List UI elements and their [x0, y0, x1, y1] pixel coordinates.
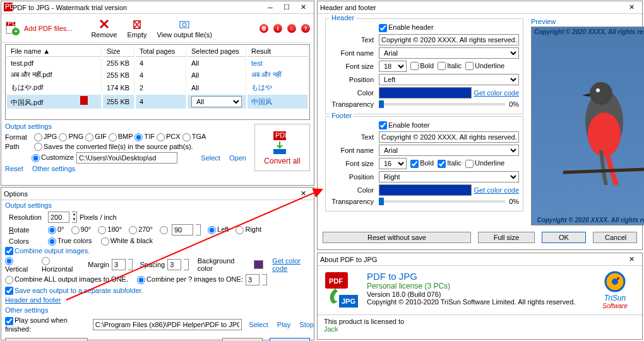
bw-radio[interactable]: White & black: [101, 237, 153, 246]
header-legend: Header: [330, 14, 356, 21]
combine-per-input[interactable]: [246, 274, 259, 285]
combine-all-radio[interactable]: Combine ALL output images to ONE.: [5, 275, 128, 284]
path-open-link[interactable]: Open: [229, 154, 246, 162]
table-row[interactable]: 中国风.pdf255 KB4All中国风: [7, 95, 308, 109]
opt-ok-button[interactable]: OK: [222, 338, 263, 341]
close-button[interactable]: ✕: [295, 2, 311, 13]
rotate-custom-input[interactable]: [172, 224, 193, 236]
rotate-180[interactable]: 180°: [98, 225, 122, 234]
resolution-input[interactable]: [48, 212, 69, 223]
rotate-left[interactable]: Left: [208, 225, 229, 234]
toolbar-info-icon[interactable]: i: [273, 24, 282, 33]
combine-checkbox[interactable]: Combine output images.: [5, 247, 90, 256]
footer-text-input[interactable]: [379, 131, 519, 143]
bgcolor-swatch[interactable]: [254, 260, 263, 269]
other-settings-link[interactable]: Other settings: [32, 165, 75, 172]
rotate-90[interactable]: 90°: [71, 225, 92, 234]
selpages-select[interactable]: All: [191, 96, 242, 107]
opt-reset-button[interactable]: Reset without save: [5, 338, 88, 341]
col-selpages[interactable]: Selected pages: [188, 46, 246, 57]
options-close-button[interactable]: ✕: [295, 188, 311, 200]
toolbar-help-icon[interactable]: ⛨: [259, 24, 268, 33]
rotate-right[interactable]: Right: [236, 225, 261, 234]
margin-input[interactable]: [112, 259, 126, 270]
sound-path-input[interactable]: [93, 319, 242, 330]
sound-stop[interactable]: Stop: [299, 321, 314, 328]
enable-footer-checkbox[interactable]: Enable footer: [379, 121, 429, 130]
toolbar-home-icon[interactable]: ⌂: [287, 24, 296, 33]
footer-color-swatch[interactable]: [379, 184, 472, 196]
hf-ok-button[interactable]: OK: [542, 232, 586, 243]
rotate-custom[interactable]: [160, 225, 169, 234]
enable-header-checkbox[interactable]: Enable header: [379, 23, 434, 32]
header-position-select[interactable]: Left: [379, 74, 519, 85]
true-colors-radio[interactable]: True colors: [48, 237, 92, 246]
header-italic-checkbox[interactable]: Italic: [438, 62, 462, 71]
path-select-link[interactable]: Select: [201, 154, 220, 162]
table-row[interactable]: test.pdf255 KB4Alltest: [7, 58, 308, 68]
header-underline-checkbox[interactable]: Underline: [465, 62, 504, 71]
rotate-0[interactable]: 0°: [48, 225, 64, 234]
vertical-radio[interactable]: Vertical: [5, 256, 35, 273]
col-size[interactable]: Size: [103, 46, 134, 57]
header-transparency-slider[interactable]: [379, 103, 505, 105]
format-tga[interactable]: TGA: [182, 133, 208, 140]
sound-play[interactable]: Play: [277, 321, 290, 328]
playsound-checkbox[interactable]: Play sound when finished:: [5, 316, 90, 333]
header-bold-checkbox[interactable]: Bold: [410, 62, 434, 71]
footer-bold-checkbox[interactable]: Bold: [410, 159, 434, 168]
header-color-swatch[interactable]: [379, 87, 472, 99]
sound-select[interactable]: Select: [249, 321, 268, 328]
add-pdf-button[interactable]: PDF+ Add PDF files...: [5, 21, 72, 36]
rotate-270[interactable]: 270°: [129, 225, 153, 234]
col-result[interactable]: Result: [247, 46, 308, 57]
maximize-button[interactable]: ☐: [278, 2, 295, 13]
format-bmp[interactable]: BMP: [109, 133, 135, 140]
table-row[interactable]: अब और नहीं.pdf255 KB4Allअब और नहीं: [7, 69, 308, 80]
path-customize-radio[interactable]: Customize: [32, 153, 74, 162]
empty-button[interactable]: Empty: [124, 16, 149, 40]
footer-fontsize-select[interactable]: 16: [379, 158, 407, 169]
view-output-button[interactable]: View output file(s): [155, 16, 215, 40]
header-fontname-select[interactable]: Arial: [379, 47, 519, 59]
footer-position-select[interactable]: Right: [379, 171, 519, 182]
col-filename[interactable]: File name ▲: [7, 46, 102, 57]
horizontal-radio[interactable]: Horizontal: [42, 256, 79, 273]
header-text-input[interactable]: [379, 34, 519, 45]
header-footer-link[interactable]: Header and footer: [5, 296, 61, 304]
footer-fontname-select[interactable]: Arial: [379, 145, 519, 156]
table-row[interactable]: もはや.pdf174 KB2Allもはや: [7, 81, 308, 93]
combine-per-radio[interactable]: Combine per ? images to ONE:: [137, 275, 243, 284]
svg-point-15: [590, 82, 612, 105]
convert-all-button[interactable]: PDF Convert all: [254, 124, 310, 171]
footer-transparency-slider[interactable]: [379, 200, 505, 203]
resolution-label: Resolution: [9, 213, 45, 221]
format-jpg[interactable]: JPG: [34, 133, 59, 140]
col-pages[interactable]: Total pages: [136, 46, 186, 57]
footer-underline-checkbox[interactable]: Underline: [465, 159, 504, 168]
brand-logo: TriSun Software: [593, 271, 637, 309]
header-getcolor-link[interactable]: Get color code: [474, 89, 519, 97]
hf-cancel-button[interactable]: Cancel: [593, 232, 637, 243]
about-close-button[interactable]: ✕: [623, 254, 640, 265]
footer-italic-checkbox[interactable]: Italic: [438, 159, 462, 168]
remove-button[interactable]: Remove: [88, 16, 119, 40]
format-gif[interactable]: GIF: [85, 133, 108, 140]
footer-getcolor-link[interactable]: Get color code: [474, 186, 519, 194]
hf-fullsize-button[interactable]: Full size: [478, 232, 535, 243]
opt-cancel-button[interactable]: Cancel: [270, 338, 310, 341]
format-pcx[interactable]: PCX: [157, 133, 182, 140]
path-source-radio[interactable]: Saves the converted file(s) in the sourc…: [34, 143, 193, 152]
reset-link[interactable]: Reset: [5, 165, 23, 172]
minimize-button[interactable]: ─: [262, 2, 278, 13]
format-png[interactable]: PNG: [59, 133, 85, 140]
hf-reset-button[interactable]: Reset without save: [323, 232, 471, 243]
spacing-input[interactable]: [167, 259, 181, 270]
getcolor-link[interactable]: Get color code: [272, 257, 314, 272]
hf-close-button[interactable]: ✕: [623, 2, 640, 13]
format-tif[interactable]: TIF: [134, 133, 157, 140]
header-fontsize-select[interactable]: 18: [379, 61, 407, 72]
save-subfolder-checkbox[interactable]: Save each output to a separate subfolder…: [5, 287, 143, 296]
toolbar-question-icon[interactable]: ?: [301, 24, 310, 33]
path-input[interactable]: [76, 152, 177, 164]
